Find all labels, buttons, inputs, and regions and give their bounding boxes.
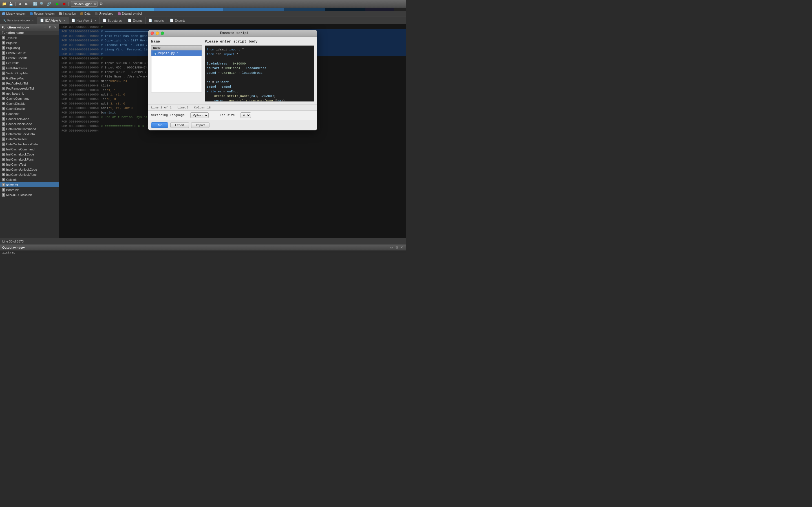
tab-hex-view[interactable]: 📄 Hex View-1 ✕ <box>68 17 100 24</box>
function-name: CacheEnable <box>6 107 25 110</box>
function-item[interactable]: fBrgsInit <box>0 40 59 45</box>
function-item[interactable]: fCacheEnable <box>0 106 59 111</box>
tab-enums[interactable]: 📄 Enums <box>125 17 146 24</box>
function-item[interactable]: fInstCacheTest <box>0 162 59 167</box>
output-minimize-btn[interactable]: ▭ <box>389 245 394 249</box>
legend-instruction-dot <box>59 12 62 15</box>
function-item[interactable]: fCacheLockCode <box>0 116 59 121</box>
sidebar-minimize-btn[interactable]: ▭ <box>43 25 47 29</box>
toolbar-run-icon[interactable]: ▶ <box>54 1 61 7</box>
tab-exports[interactable]: 📄 Exports <box>167 17 188 24</box>
scripting-language-select[interactable]: Python <box>190 112 209 118</box>
run-button[interactable]: Run <box>151 122 168 128</box>
function-type-icon: f <box>2 148 5 151</box>
function-item[interactable]: fFec860FreeBfr <box>0 55 59 61</box>
function-item[interactable]: fget_board_id <box>0 91 59 96</box>
code-line-2: from idc import * <box>207 52 312 57</box>
tab-imports[interactable]: 📄 Imports <box>146 17 167 24</box>
function-item[interactable]: fFecTxBfr <box>0 61 59 66</box>
output-title: Output window <box>2 246 24 249</box>
function-item[interactable]: fFecAddAddrTbl <box>0 81 59 86</box>
tab-functions-window[interactable]: 🔧 Functions window ✕ <box>0 17 37 24</box>
function-name: GetEthAddress <box>6 66 28 70</box>
snippet-list[interactable]: py repair.py * <box>151 50 202 93</box>
legend-regular-dot <box>30 12 33 15</box>
execute-script-dialog: Execute script Name Name py repair.py * <box>148 30 317 130</box>
tab-size-label: Tab size <box>220 114 235 117</box>
debugger-select[interactable]: No debugger <box>71 1 98 7</box>
function-item[interactable]: fDataCacheLockData <box>0 131 59 136</box>
toolbar-file-icon[interactable]: 📁 <box>1 1 7 7</box>
script-editor[interactable]: from idaapi import * from idc import * l… <box>205 45 314 102</box>
function-item[interactable]: fDataCacheUnlockData <box>0 142 59 147</box>
tab-size-select[interactable]: 4 <box>241 112 251 118</box>
function-name: FecTxBfr <box>6 61 19 65</box>
output-float-btn[interactable]: ⊡ <box>395 245 399 249</box>
toolbar-forward-icon[interactable]: ▶ <box>23 1 30 7</box>
function-item[interactable]: fInstCacheUnlockCode <box>0 167 59 172</box>
function-item[interactable]: fGetEthAddress <box>0 66 59 71</box>
function-type-icon: f <box>2 178 5 181</box>
toolbar-back-icon[interactable]: ◀ <box>17 1 23 7</box>
function-name: DataCacheLockData <box>6 132 35 136</box>
toolbar-stop-icon[interactable]: ⏹ <box>61 1 67 7</box>
script-header: Please enter script body <box>205 40 314 44</box>
function-type-icon: f <box>2 61 5 65</box>
code-line-6: ea = eaStart <box>207 80 312 85</box>
export-button[interactable]: Export <box>170 122 189 128</box>
function-item[interactable]: fInstCacheLockFunc <box>0 157 59 162</box>
code-blank-2 <box>207 75 312 80</box>
import-button[interactable]: Import <box>191 122 209 128</box>
function-item[interactable]: fCacheCommand <box>0 96 59 101</box>
function-type-icon: f <box>2 36 5 40</box>
tab-structures[interactable]: 📄 Structures <box>100 17 125 24</box>
tab-enums-label: Enums <box>133 19 142 22</box>
sidebar-close-btn[interactable]: ✕ <box>53 25 57 29</box>
function-item[interactable]: fRstGmrpMac <box>0 76 59 81</box>
function-item[interactable]: fCacheInit <box>0 111 59 116</box>
function-item[interactable]: f_sysInit <box>0 35 59 40</box>
toolbar-settings-icon[interactable]: ⚙ <box>98 1 104 7</box>
tab-ida-view[interactable]: 📄 IDA View-A ✕ <box>37 17 68 24</box>
output-close-btn[interactable]: ✕ <box>400 245 404 249</box>
function-item[interactable]: fInstCacheCommand <box>0 147 59 152</box>
function-type-icon: f <box>2 183 5 186</box>
dialog-close-btn[interactable] <box>151 32 154 35</box>
toolbar-hex-icon[interactable]: 🔢 <box>32 1 38 7</box>
function-item[interactable]: fCpicInit <box>0 177 59 182</box>
code-line-3: loadaddress = 0x10000 <box>207 61 312 66</box>
snippet-col-header: Name <box>151 45 202 50</box>
function-name: InstCacheUnlockFunc <box>6 173 37 176</box>
function-item[interactable]: fBrgConfig <box>0 45 59 50</box>
function-item[interactable]: fFec860GetBfr <box>0 50 59 55</box>
function-item[interactable]: fDataCacheCommand <box>0 126 59 131</box>
snippet-item-repair[interactable]: py repair.py * <box>151 50 202 56</box>
function-item[interactable]: fCacheDisable <box>0 101 59 106</box>
function-item[interactable]: fDataCacheTest <box>0 136 59 142</box>
function-item[interactable]: fCacheUnlockCode <box>0 121 59 126</box>
tab-ida-close[interactable]: ✕ <box>63 19 65 22</box>
function-item[interactable]: fMPC860ClocksInit <box>0 192 59 198</box>
tab-fn-close[interactable]: ✕ <box>32 19 34 22</box>
sidebar-title: Functions window <box>2 25 29 29</box>
function-item[interactable]: fBoardInit <box>0 187 59 192</box>
tab-enums-icon: 📄 <box>128 18 132 22</box>
sidebar-float-btn[interactable]: ⊡ <box>48 25 52 29</box>
dialog-buttons: Run Export Import <box>148 120 317 130</box>
tab-hex-close[interactable]: ✕ <box>94 19 97 22</box>
toolbar-xref-icon[interactable]: 🔗 <box>46 1 52 7</box>
function-item[interactable]: fshowRsr <box>0 182 59 187</box>
function-item[interactable]: fFecRemoveAddrTbl <box>0 86 59 91</box>
function-type-icon: f <box>2 41 5 45</box>
function-item[interactable]: fInstCacheUnlockFunc <box>0 172 59 177</box>
function-type-icon: f <box>2 76 5 80</box>
function-item[interactable]: fInstCacheLockCode <box>0 152 59 157</box>
tab-hex-icon: 📄 <box>71 18 75 22</box>
toolbar-save-icon[interactable]: 💾 <box>8 1 14 7</box>
function-type-icon: f <box>2 102 5 105</box>
toolbar-search-icon[interactable]: 🔍 <box>39 1 45 7</box>
function-item[interactable]: fSwitchGmrpMac <box>0 71 59 76</box>
function-name: Fec860GetBfr <box>6 51 26 55</box>
content-area: ROM:0000000000010000#ROM:000000000001000… <box>59 24 406 238</box>
legend-library-dot <box>2 12 5 15</box>
